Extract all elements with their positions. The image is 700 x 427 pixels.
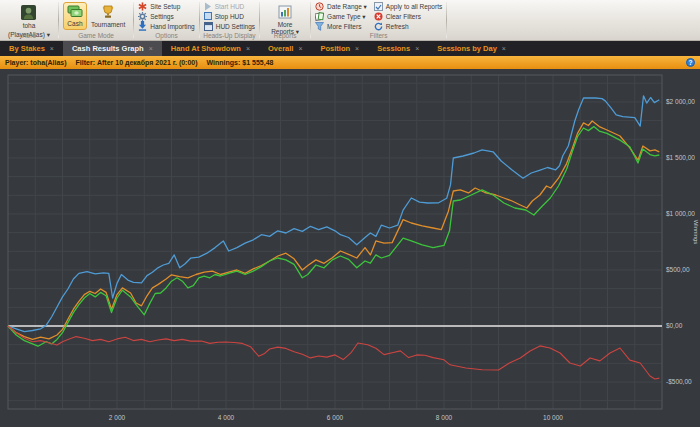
apply-all-reports-label: Apply to all Reports [386, 3, 442, 10]
cash-mode-button[interactable]: Cash [63, 2, 87, 30]
clear-filters-button[interactable]: Clear Filters [374, 12, 442, 21]
hand-importing-label: Hand Importing [150, 23, 194, 30]
group-label-hero: Hero [0, 32, 58, 39]
ribbon-group-game-mode: Cash Tournament Game Mode [59, 0, 133, 40]
settings-gear-icon [138, 12, 147, 22]
player-value: toha(Alias) [30, 59, 66, 66]
trophy-icon [102, 5, 114, 20]
group-label-filters: Filters [311, 32, 446, 39]
winnings-label: Winnings: [207, 59, 241, 66]
tournament-mode-label: Tournament [91, 21, 125, 28]
cash-results-graph-panel: $2 000,00$1 500,00$1 000,00$500,00$0,00-… [0, 69, 700, 427]
tournament-mode-button[interactable]: Tournament [87, 2, 129, 30]
x-axis-tick-label: 4 000 [218, 414, 235, 421]
tab-close-icon[interactable]: × [246, 45, 250, 52]
more-reports-button[interactable]: More Reports ▾ [264, 2, 306, 30]
help-icon[interactable]: ? [686, 58, 695, 67]
stop-hud-button[interactable]: Stop HUD [204, 12, 255, 21]
cash-mode-label: Cash [67, 20, 82, 27]
tab-label: Sessions [377, 44, 410, 53]
hud-settings-label: HUD Settings [216, 23, 255, 30]
hud-settings-icon [204, 22, 213, 32]
player-avatar [21, 5, 36, 21]
hero-player-button[interactable]: toha (PlayerAlias) ▾ [4, 2, 54, 30]
ribbon-group-hud: Start HUD Stop HUD HUD Settings Heads-Up… [200, 0, 259, 40]
x-axis-tick-label: 8 000 [436, 414, 453, 421]
tab-close-icon[interactable]: × [50, 45, 54, 52]
apply-all-reports-icon [374, 2, 383, 12]
y-axis-tick-label: $500,00 [666, 266, 690, 273]
tab-close-icon[interactable]: × [355, 45, 359, 52]
hand-importing-icon [138, 21, 147, 32]
group-label-reports: Reports [260, 32, 310, 39]
x-axis-tick-label: 6 000 [327, 414, 344, 421]
tab-label: By Stakes [9, 44, 45, 53]
refresh-label: Refresh [386, 23, 409, 30]
date-range-button[interactable]: Date Range ▾ [315, 2, 367, 11]
tab-label: Hand At Showdown [171, 44, 241, 53]
y-axis-tick-label: $0,00 [666, 322, 683, 329]
ribbon-group-options: Site Setup Settings Hand Importing Optio… [134, 0, 198, 40]
ribbon-group-hero: toha (PlayerAlias) ▾ Hero [0, 0, 58, 40]
tab-label: Overall [268, 44, 293, 53]
ribbon-toolbar: toha (PlayerAlias) ▾ Hero Cash Tournamen… [0, 0, 700, 41]
apply-all-reports-button[interactable]: Apply to all Reports [374, 2, 442, 11]
hud-settings-button[interactable]: HUD Settings [204, 22, 255, 31]
clear-filters-label: Clear Filters [386, 13, 421, 20]
more-filters-label: More Filters [327, 23, 361, 30]
start-hud-play-icon [204, 2, 212, 12]
player-label: Player: [5, 59, 28, 66]
y-axis-tick-label: $1 500,00 [666, 154, 695, 161]
game-type-label: Game Type ▾ [327, 13, 366, 21]
site-setup-icon [138, 2, 147, 12]
group-label-hud: Heads-Up Display [200, 32, 259, 39]
y-axis-tick-label: $2 000,00 [666, 98, 695, 105]
winnings-value: $1 555,48 [242, 59, 273, 66]
game-type-button[interactable]: Game Type ▾ [315, 12, 367, 21]
stop-hud-icon [204, 12, 212, 21]
tab-by-stakes[interactable]: By Stakes × [0, 41, 63, 56]
tab-cash-results-graph[interactable]: Cash Results Graph × [63, 41, 162, 56]
filter-label: Filter: [76, 59, 95, 66]
tab-close-icon[interactable]: × [298, 45, 302, 52]
tab-label: Cash Results Graph [72, 44, 144, 53]
x-axis-tick-label: 10 000 [543, 414, 563, 421]
ribbon-group-reports: More Reports ▾ Reports [260, 0, 310, 40]
date-range-label: Date Range ▾ [327, 3, 367, 11]
more-filters-button[interactable]: More Filters [315, 22, 367, 31]
group-label-game-mode: Game Mode [59, 32, 133, 39]
tab-close-icon[interactable]: × [502, 45, 506, 52]
clear-filters-icon [374, 12, 383, 22]
hero-player-name: toha [23, 22, 36, 29]
report-tab-strip: By Stakes × Cash Results Graph × Hand At… [0, 41, 700, 56]
refresh-button[interactable]: Refresh [374, 22, 442, 31]
tab-hand-at-showdown[interactable]: Hand At Showdown × [162, 41, 259, 56]
tab-close-icon[interactable]: × [149, 45, 153, 52]
tab-sessions-by-day[interactable]: Sessions by Day × [428, 41, 515, 56]
tab-overall[interactable]: Overall × [259, 41, 312, 56]
ribbon-group-filters: Date Range ▾ Game Type ▾ More Filters [311, 0, 446, 40]
stop-hud-label: Stop HUD [215, 13, 244, 20]
more-filters-funnel-icon [315, 22, 324, 32]
ribbon-separator [446, 2, 447, 38]
y-axis-tick-label: $1 000,00 [666, 210, 695, 217]
y-axis-tick-label: -$500,00 [666, 378, 692, 385]
x-axis-tick-label: 2 000 [109, 414, 126, 421]
cash-results-chart: $2 000,00$1 500,00$1 000,00$500,00$0,00-… [0, 69, 700, 427]
tab-label: Position [321, 44, 351, 53]
refresh-icon [374, 22, 383, 32]
y-axis-title: Winnings [693, 220, 699, 245]
game-type-cards-icon [315, 12, 324, 22]
tab-label: Sessions by Day [437, 44, 497, 53]
site-setup-button[interactable]: Site Setup [138, 2, 194, 11]
settings-button[interactable]: Settings [138, 12, 194, 21]
tab-sessions[interactable]: Sessions × [368, 41, 428, 56]
start-hud-button[interactable]: Start HUD [204, 2, 255, 11]
site-setup-label: Site Setup [150, 3, 180, 10]
filter-status-bar: Player: toha(Alias) Filter: After 10 дек… [0, 56, 700, 69]
cash-icon [67, 5, 83, 19]
tab-close-icon[interactable]: × [415, 45, 419, 52]
tab-position[interactable]: Position × [312, 41, 369, 56]
date-range-clock-icon [315, 2, 324, 12]
hand-importing-button[interactable]: Hand Importing [138, 22, 194, 31]
